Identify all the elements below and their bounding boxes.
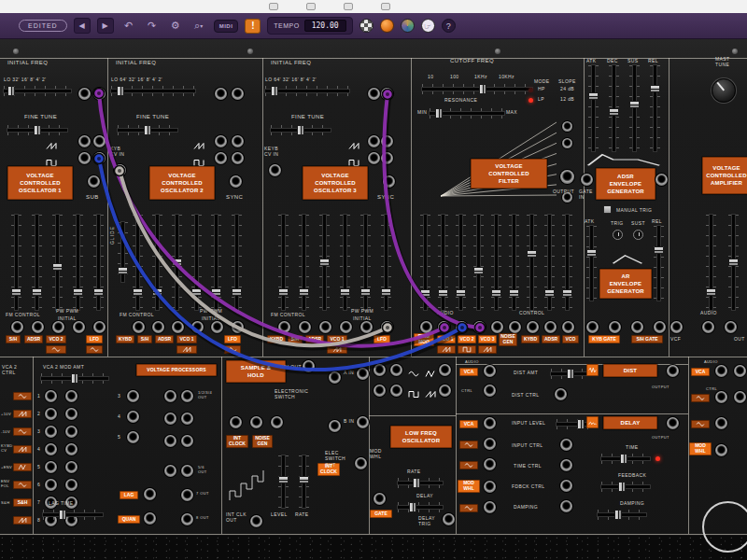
vco3-saw-jack-b[interactable] <box>381 135 393 147</box>
vco2-sync-jack[interactable] <box>230 175 242 188</box>
vco3-square-jack-a[interactable] <box>368 152 380 164</box>
vca2-mod-amt-slider-handle[interactable] <box>71 373 78 384</box>
midi-button[interactable]: MIDI <box>214 20 239 33</box>
vco2-pwm-jack[interactable] <box>232 321 244 333</box>
macro-checker-icon[interactable] <box>359 19 374 33</box>
titlebar-icon[interactable] <box>381 3 390 10</box>
vco3-fm-slider-3-handle[interactable] <box>319 259 330 266</box>
mast-tune-knob[interactable] <box>712 78 736 103</box>
vco2-glide-slider[interactable] <box>118 222 128 282</box>
vco2-glide-slider-handle[interactable] <box>118 267 128 274</box>
panic-button[interactable]: ! <box>245 19 261 34</box>
vp-out-jack-9[interactable] <box>181 489 193 501</box>
vco3-fm-jack-1[interactable] <box>278 321 290 333</box>
vco2-fm-jack-2[interactable] <box>152 321 164 333</box>
elec-switch-out-jack[interactable] <box>355 457 367 469</box>
redo-button[interactable]: ↷ <box>144 18 161 34</box>
int-clk-out-jack[interactable] <box>250 515 262 527</box>
vcf-audio-slider-5[interactable] <box>491 215 501 310</box>
vco3-fine-tune-slider-handle[interactable] <box>297 125 304 135</box>
vco2-pw-slider[interactable] <box>211 215 221 310</box>
vco3-fm-slider-2[interactable] <box>299 215 309 310</box>
vcf-audio-slider-2-handle[interactable] <box>438 289 448 297</box>
vco3-pwm-slider-handle[interactable] <box>381 288 391 296</box>
vco2-fm-slider-4[interactable] <box>191 215 202 310</box>
vco2-kyb-cv-jack[interactable] <box>114 164 126 176</box>
delay-lfo-jack-3[interactable] <box>484 501 496 513</box>
vco1-fine-tune-slider[interactable] <box>7 125 67 135</box>
delay-fdbck-ctrl-jack[interactable] <box>560 480 572 492</box>
vco1-range-slider-handle[interactable] <box>7 86 15 96</box>
vcf-cutoff-slider[interactable] <box>422 84 532 94</box>
adsr-rel-slider-handle[interactable] <box>650 85 660 92</box>
vco1-pw-jack[interactable] <box>73 321 85 333</box>
lfo-jack-5[interactable] <box>390 385 402 397</box>
sh-jack-2[interactable] <box>250 416 262 428</box>
vco1-pwm-jack[interactable] <box>93 321 106 333</box>
delay-feedback-slider[interactable] <box>601 482 650 492</box>
vp-out-jack-8[interactable] <box>181 465 193 477</box>
back-button[interactable]: ◀ <box>74 18 91 34</box>
vcf-audio-slider-5-handle[interactable] <box>491 289 501 297</box>
vcf-fan-jack-1[interactable] <box>562 121 572 132</box>
vco3-fm-slider-4-handle[interactable] <box>340 288 350 296</box>
env-jack-4[interactable] <box>654 321 666 333</box>
adsr-dec-slider-handle[interactable] <box>609 108 619 116</box>
vco3-fm-slider-2-handle[interactable] <box>299 288 309 296</box>
delay-time-ctrl-jack[interactable] <box>560 459 572 471</box>
vcf-vco-jack[interactable] <box>544 321 557 333</box>
vca-audio-jack-1[interactable] <box>702 321 714 333</box>
delay-input-level-slider-handle[interactable] <box>577 419 585 429</box>
out-vca-jack-1[interactable] <box>715 365 727 377</box>
vca2-mod-amt-slider[interactable] <box>41 373 108 384</box>
vco2-fm-slider-2-handle[interactable] <box>152 288 162 296</box>
vco2-fine-tune-slider[interactable] <box>118 125 177 135</box>
vco1-pw-slider-handle[interactable] <box>73 288 83 296</box>
vco3-fm-slider-4[interactable] <box>340 215 350 310</box>
vco1-fm-slider-3-handle[interactable] <box>52 263 63 271</box>
macro-swirl-icon[interactable] <box>401 19 415 33</box>
src-jack-1[interactable] <box>45 390 57 402</box>
vco3-range-slider-handle[interactable] <box>271 86 278 96</box>
lfo-jack-3[interactable] <box>439 364 451 376</box>
vco2-fm-slider-2[interactable] <box>152 215 162 310</box>
vco1-fine-tune-slider-handle[interactable] <box>34 125 41 135</box>
dist-ctrl-col-jack[interactable] <box>484 385 496 397</box>
titlebar-icon[interactable] <box>269 3 278 10</box>
vcf-ctrl-slider-3[interactable] <box>544 215 555 310</box>
vcf-ctrl-slider-2[interactable] <box>527 215 537 310</box>
vcf-vco1-jack[interactable] <box>438 321 450 333</box>
vca-slider-1-handle[interactable] <box>706 288 716 296</box>
macro-orange-icon[interactable] <box>380 19 394 33</box>
delay-input-ctrl-jack[interactable] <box>560 439 572 451</box>
src-jack-3[interactable] <box>45 426 57 438</box>
vco2-fm-slider-3-handle[interactable] <box>172 259 182 266</box>
delay-time-slider[interactable] <box>601 454 650 464</box>
src-jack-6[interactable] <box>45 479 57 491</box>
ar-rel-slider[interactable] <box>654 226 664 301</box>
out-lfo-jack-1[interactable] <box>715 391 727 403</box>
vco1-saw-jack-a[interactable] <box>78 135 91 147</box>
vcf-noise-jack[interactable] <box>491 321 503 333</box>
vco2-square-jack-a[interactable] <box>215 152 227 164</box>
vco2-saw-jack-a[interactable] <box>215 135 227 147</box>
vcf-resonance-slider-handle[interactable] <box>435 108 443 119</box>
adsr-atk-slider[interactable] <box>588 65 599 151</box>
sh-jack-1[interactable] <box>230 416 242 428</box>
vco3-sync-jack[interactable] <box>383 175 395 188</box>
sh-rate-slider-handle[interactable] <box>299 476 309 483</box>
dist-amt-slider[interactable] <box>551 369 586 379</box>
vco2-out-jack-b[interactable] <box>232 88 244 100</box>
dist-amt-slider-handle[interactable] <box>567 369 574 379</box>
vcf-in-jack[interactable] <box>670 321 683 333</box>
vp-in-jack-6[interactable] <box>65 479 78 491</box>
dist-vca-jack[interactable] <box>484 365 496 377</box>
vco1-range-slider[interactable] <box>4 86 71 96</box>
vco3-square-jack-b[interactable] <box>381 152 393 164</box>
vco2-range-slider[interactable] <box>111 86 195 96</box>
tempo-widget[interactable]: TEMPO 120.00 <box>267 17 352 35</box>
vp-in-jack-2[interactable] <box>65 408 78 420</box>
esw-a-jack-1[interactable] <box>329 371 341 384</box>
vcf-adsr-jack[interactable] <box>527 321 539 333</box>
vco2-fm-slider-1[interactable] <box>133 215 143 310</box>
